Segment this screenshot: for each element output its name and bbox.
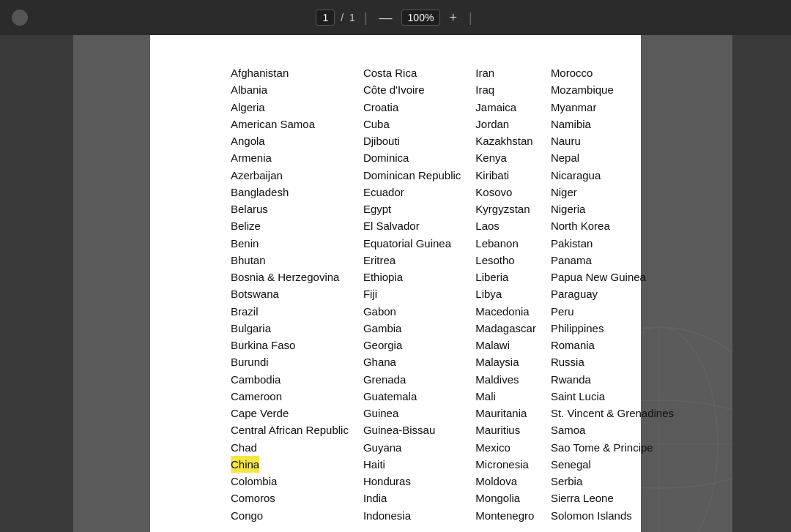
main-area: AfghanistanAlbaniaAlgeriaAmerican SamoaA… — [0, 35, 791, 532]
list-item: Macedonia — [475, 303, 536, 320]
list-item: Jordan — [475, 116, 536, 132]
list-item: Panama — [551, 252, 674, 269]
zoom-out-button[interactable]: — — [376, 10, 396, 26]
list-item: Papua New Guinea — [551, 269, 674, 285]
list-item: Philippines — [551, 320, 674, 337]
list-item: Botswana — [231, 285, 349, 302]
list-item: North Korea — [551, 217, 674, 234]
list-item: Rwanda — [551, 371, 674, 388]
list-item: Gambia — [363, 320, 461, 337]
list-item: Nauru — [551, 132, 674, 149]
list-item: Bosnia & Herzegovina — [231, 269, 349, 285]
list-item: Namibia — [551, 116, 674, 132]
list-item: Colombia — [231, 473, 349, 490]
zoom-in-button[interactable]: + — [446, 10, 460, 26]
list-item: Pakistan — [551, 235, 674, 252]
country-column-1: AfghanistanAlbaniaAlgeriaAmerican SamoaA… — [231, 64, 349, 524]
document-viewer: AfghanistanAlbaniaAlgeriaAmerican SamoaA… — [73, 35, 732, 532]
list-item: Nicaragua — [551, 167, 674, 184]
list-item: Malaysia — [475, 353, 536, 370]
list-item: Comoros — [231, 490, 349, 506]
list-item: Jamaica — [475, 99, 536, 116]
country-column-4: MoroccoMozambiqueMyanmarNamibiaNauruNepa… — [551, 64, 674, 524]
list-item: Mauritania — [475, 405, 536, 422]
list-item: Malawi — [475, 337, 536, 353]
page-info: 1 / 1 | — 100% + | — [316, 10, 475, 26]
list-item: Kiribati — [475, 167, 536, 184]
page-current: 1 — [316, 10, 335, 26]
toolbar-left — [12, 10, 28, 26]
list-item: Cape Verde — [231, 405, 349, 422]
list-item: Nepal — [551, 149, 674, 166]
list-item: Brazil — [231, 303, 349, 320]
list-item: Bhutan — [231, 252, 349, 269]
list-item: Peru — [551, 303, 674, 320]
list-item: Sao Tome & Principe — [551, 439, 674, 456]
list-item: El Salvador — [363, 217, 461, 234]
countries-grid: AfghanistanAlbaniaAlgeriaAmerican SamoaA… — [231, 64, 604, 524]
list-item: Myanmar — [551, 99, 674, 116]
list-item: Afghanistan — [231, 64, 349, 81]
country-column-2: Costa RicaCôte d'IvoireCroatiaCubaDjibou… — [363, 64, 461, 524]
list-item: Croatia — [363, 99, 461, 116]
list-item: Lesotho — [475, 252, 536, 269]
list-item: Sierra Leone — [551, 490, 674, 506]
list-item: Iran — [475, 64, 536, 81]
page-total: 1 — [349, 12, 355, 23]
list-item: Guatemala — [363, 388, 461, 405]
list-item: Cuba — [363, 116, 461, 132]
list-item: Cameroon — [231, 388, 349, 405]
list-item: Bangladesh — [231, 184, 349, 201]
list-item: Albania — [231, 81, 349, 98]
divider: | — [364, 10, 368, 26]
list-item: Congo — [231, 507, 349, 524]
list-item: Libya — [475, 285, 536, 302]
list-item: Central African Republic — [231, 422, 349, 438]
list-item: Mali — [475, 388, 536, 405]
list-item: Madagascar — [475, 320, 536, 337]
list-item: Azerbaijan — [231, 167, 349, 184]
document-page: AfghanistanAlbaniaAlgeriaAmerican SamoaA… — [150, 35, 641, 532]
country-column-3: IranIraqJamaicaJordanKazakhstanKenyaKiri… — [475, 64, 536, 524]
list-item: Benin — [231, 235, 349, 252]
list-item: Burkina Faso — [231, 337, 349, 353]
list-item: Egypt — [363, 201, 461, 217]
list-item: Chad — [231, 439, 349, 456]
list-item: Niger — [551, 184, 674, 201]
highlighted-country: China — [231, 456, 259, 473]
toolbar: 1 / 1 | — 100% + | — [0, 0, 791, 35]
list-item: Haiti — [363, 456, 461, 473]
list-item: Côte d'Ivoire — [363, 81, 461, 98]
left-sidebar — [0, 35, 73, 532]
list-item: American Samoa — [231, 116, 349, 132]
list-item: Honduras — [363, 473, 461, 490]
zoom-value: 100% — [401, 10, 441, 26]
page-separator: / — [341, 12, 343, 23]
list-item: Micronesia — [475, 456, 536, 473]
menu-button[interactable] — [12, 10, 28, 26]
list-item: Ghana — [363, 353, 461, 370]
list-item: Cambodia — [231, 371, 349, 388]
list-item: Fiji — [363, 285, 461, 302]
list-item: Belarus — [231, 201, 349, 217]
list-item: Mongolia — [475, 490, 536, 506]
list-item: Kenya — [475, 149, 536, 166]
list-item: China — [231, 456, 349, 473]
list-item: Armenia — [231, 149, 349, 166]
list-item: Samoa — [551, 422, 674, 438]
list-item: Liberia — [475, 269, 536, 285]
divider2: | — [469, 10, 472, 26]
list-item: Burundi — [231, 353, 349, 370]
list-item: Mauritius — [475, 422, 536, 438]
list-item: Senegal — [551, 456, 674, 473]
list-item: Lebanon — [475, 235, 536, 252]
list-item: Ethiopia — [363, 269, 461, 285]
list-item: India — [363, 490, 461, 506]
list-item: Guinea-Bissau — [363, 422, 461, 438]
list-item: Guinea — [363, 405, 461, 422]
list-item: Angola — [231, 132, 349, 149]
list-item: Kyrgyzstan — [475, 201, 536, 217]
list-item: Morocco — [551, 64, 674, 81]
list-item: Russia — [551, 353, 674, 370]
list-item: Belize — [231, 217, 349, 234]
